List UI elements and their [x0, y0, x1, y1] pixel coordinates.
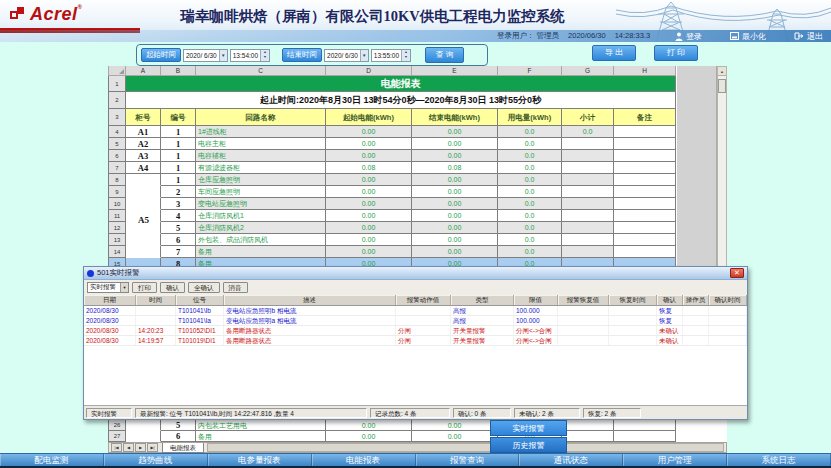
- nav-tab-趋势曲线[interactable]: 趋势曲线: [104, 454, 208, 466]
- cell[interactable]: 0.0: [498, 246, 562, 258]
- cell[interactable]: 0.00: [326, 222, 412, 234]
- scrollbar-thumb[interactable]: [718, 79, 726, 93]
- column-letter[interactable]: F: [498, 66, 562, 76]
- cell[interactable]: 1: [161, 162, 196, 174]
- popup-button-全确认[interactable]: 全确认: [188, 282, 220, 293]
- cell[interactable]: 0.00: [412, 150, 498, 162]
- sheet-nav-icon[interactable]: ▶: [135, 443, 146, 452]
- cell[interactable]: 0.0: [498, 210, 562, 222]
- alarm-column-header[interactable]: 描述: [224, 295, 396, 305]
- select-all-corner[interactable]: [108, 66, 126, 76]
- exit-button[interactable]: 退出: [794, 31, 823, 42]
- cell[interactable]: [562, 174, 614, 186]
- cell[interactable]: 0.00: [326, 174, 412, 186]
- cell[interactable]: 0.0: [498, 174, 562, 186]
- alarm-column-header[interactable]: 恢复时间: [609, 295, 657, 305]
- cell[interactable]: 7: [161, 246, 196, 258]
- scroll-up-icon[interactable]: ▲: [718, 67, 726, 76]
- cell[interactable]: A3: [126, 150, 161, 162]
- alarm-column-header[interactable]: 确认时间: [709, 295, 747, 305]
- column-letter[interactable]: B: [161, 66, 196, 76]
- column-header[interactable]: 备注: [614, 109, 676, 126]
- cell[interactable]: 变电站应急照明: [196, 198, 326, 210]
- cell[interactable]: 3: [161, 198, 196, 210]
- alarm-row[interactable]: 2020/08/3014:19:57T101019\DI1备用断路器状态分闸开关…: [84, 336, 747, 346]
- cell[interactable]: 0.00: [326, 420, 412, 431]
- cell[interactable]: [614, 246, 676, 258]
- column-header[interactable]: 编号: [161, 109, 196, 126]
- row-number[interactable]: 6: [108, 150, 126, 162]
- cell[interactable]: 0.00: [412, 198, 498, 210]
- alarm-column-header[interactable]: 时间: [136, 295, 176, 305]
- cell[interactable]: 0.0: [562, 126, 614, 138]
- row-number[interactable]: 3: [108, 109, 126, 126]
- login-button[interactable]: 登录: [675, 31, 702, 42]
- cell[interactable]: 0.08: [412, 162, 498, 174]
- cell[interactable]: 0.00: [412, 431, 498, 442]
- nav-tab-电参量报表[interactable]: 电参量报表: [208, 454, 312, 466]
- alarm-column-header[interactable]: 报警动作值: [396, 295, 451, 305]
- cell[interactable]: 电容辅柜: [196, 150, 326, 162]
- nav-tab-配电监测[interactable]: 配电监测: [0, 454, 104, 466]
- popup-titlebar[interactable]: 501实时报警 ✕: [84, 267, 747, 280]
- alarm-column-header[interactable]: 类型: [451, 295, 514, 305]
- cell[interactable]: 0.0: [498, 150, 562, 162]
- cell[interactable]: 1: [161, 138, 196, 150]
- cell[interactable]: 仓库消防风机1: [196, 210, 326, 222]
- sheet-nav-icon[interactable]: ◀: [123, 443, 134, 452]
- cell[interactable]: 0.00: [412, 222, 498, 234]
- cell[interactable]: 0.08: [326, 162, 412, 174]
- column-letter[interactable]: C: [196, 66, 326, 76]
- cell[interactable]: [562, 431, 614, 442]
- cell[interactable]: 备用: [196, 431, 326, 442]
- sheet-nav-icon[interactable]: |◀: [111, 443, 122, 452]
- cell[interactable]: [614, 210, 676, 222]
- end-time-spinner[interactable]: 13:55:00▲▼: [371, 49, 411, 62]
- cell[interactable]: [562, 162, 614, 174]
- alarm-menu-item[interactable]: 历史报警: [490, 437, 567, 453]
- merged-cabinet-label[interactable]: A5: [127, 174, 160, 266]
- start-date-combo[interactable]: 2020/ 6/30▼: [183, 49, 228, 62]
- cell[interactable]: 0.0: [498, 234, 562, 246]
- cell[interactable]: [562, 150, 614, 162]
- cell[interactable]: 1: [161, 150, 196, 162]
- row-number[interactable]: 1: [108, 76, 126, 92]
- cell[interactable]: 外包装、成品消防风机: [196, 234, 326, 246]
- cell[interactable]: 0.00: [412, 174, 498, 186]
- cell[interactable]: 内包装工艺用电: [196, 420, 326, 431]
- cell[interactable]: 5: [161, 222, 196, 234]
- cell[interactable]: [562, 234, 614, 246]
- alarm-column-header[interactable]: 确认: [657, 295, 683, 305]
- column-letter[interactable]: D: [326, 66, 412, 76]
- start-time-spinner[interactable]: 13:54:00▲▼: [230, 49, 270, 62]
- nav-tab-通讯状态[interactable]: 通讯状态: [519, 454, 623, 466]
- start-time-button[interactable]: 起始时间: [141, 48, 181, 62]
- column-header[interactable]: 回路名称: [196, 109, 326, 126]
- cell[interactable]: 1: [161, 126, 196, 138]
- column-letter[interactable]: G: [562, 66, 614, 76]
- row-number[interactable]: 26: [108, 420, 126, 431]
- cell[interactable]: 0.00: [326, 186, 412, 198]
- alarm-column-header[interactable]: 限值: [514, 295, 558, 305]
- cell[interactable]: [562, 222, 614, 234]
- cell[interactable]: 有源滤波器柜: [196, 162, 326, 174]
- cell[interactable]: [614, 150, 676, 162]
- cell[interactable]: 0.0: [498, 222, 562, 234]
- sheet-tab[interactable]: 电能报表: [162, 443, 204, 453]
- alarm-menu-item[interactable]: 实时报警: [490, 420, 567, 436]
- column-header[interactable]: 用电量(kWh): [498, 109, 562, 126]
- row-number[interactable]: 27: [108, 431, 126, 442]
- row-number[interactable]: 4: [108, 126, 126, 138]
- column-letter[interactable]: E: [412, 66, 498, 76]
- report-period-cell[interactable]: 起止时间:2020年8月30日 13时54分0秒—2020年8月30日 13时5…: [126, 92, 676, 109]
- cell[interactable]: [126, 431, 161, 442]
- column-header[interactable]: 结束电能(kWh): [412, 109, 498, 126]
- cell[interactable]: 0.0: [498, 198, 562, 210]
- row-number[interactable]: 10: [108, 198, 126, 210]
- cell[interactable]: [562, 138, 614, 150]
- cell[interactable]: 0.00: [326, 138, 412, 150]
- cell[interactable]: 0.00: [412, 234, 498, 246]
- nav-tab-系统日志[interactable]: 系统日志: [727, 454, 831, 466]
- dropdown-arrow-icon[interactable]: ▼: [219, 50, 227, 61]
- cell[interactable]: 0.00: [412, 126, 498, 138]
